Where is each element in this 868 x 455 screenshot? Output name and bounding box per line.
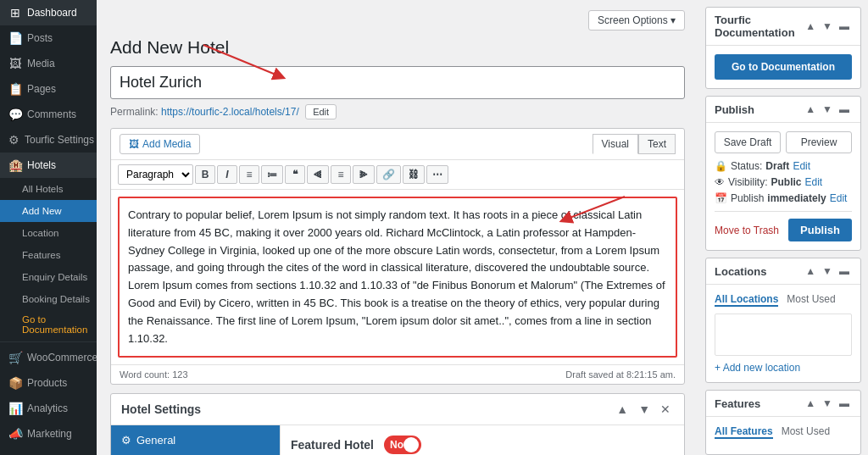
pages-icon: 📋 [8, 82, 22, 96]
screen-options-button[interactable]: Screen Options ▾ [588, 10, 685, 31]
most-used-locations-tab[interactable]: Most Used [787, 293, 835, 307]
align-right-button[interactable]: ⫸ [353, 165, 375, 184]
sidebar-item-marketing[interactable]: 📣 Marketing [0, 421, 97, 447]
visual-text-tabs: Visual Text [593, 134, 676, 154]
edit-status-link[interactable]: Edit [793, 160, 810, 172]
settings-collapse-up[interactable]: ▲ [613, 401, 632, 418]
ordered-list-button[interactable]: ≔ [261, 165, 283, 184]
locations-expand[interactable]: ▬ [837, 264, 852, 278]
add-media-button[interactable]: 🖼 Add Media [120, 134, 200, 154]
comments-icon: 💬 [8, 108, 22, 121]
format-select[interactable]: Paragraph [118, 164, 193, 185]
settings-icon: ⚙ [8, 133, 19, 147]
edit-visibility-link[interactable]: Edit [804, 176, 822, 188]
analytics-icon: 📊 [8, 402, 22, 415]
features-up[interactable]: ▲ [803, 397, 818, 410]
sidebar-sub-features[interactable]: Features [0, 244, 97, 266]
unordered-list-button[interactable]: ≡ [239, 165, 259, 184]
permalink-url[interactable]: https://tourfic-2.local/hotels/17/ [161, 106, 299, 118]
go-to-documentation-button[interactable]: Go to Documentation [715, 54, 852, 80]
edit-permalink-button[interactable]: Edit [305, 104, 337, 119]
sidebar-item-elementor[interactable]: ✏ Elementor [0, 447, 97, 455]
location-tabs: All Locations Most Used [715, 293, 852, 307]
preview-button[interactable]: Preview [786, 131, 852, 153]
publish-controls: ▲ ▼ ▬ [803, 103, 852, 116]
toggle-knob [403, 437, 419, 452]
features-expand[interactable]: ▬ [837, 397, 852, 410]
tourfic-doc-widget: Tourfic Documentation ▲ ▼ ▬ Go to Docume… [705, 7, 861, 89]
sidebar-sub-all-hotels[interactable]: All Hotels [0, 178, 97, 200]
editor-content[interactable]: Contrary to popular belief, Lorem Ipsum … [118, 197, 677, 358]
sidebar-item-dashboard[interactable]: ⊞ Dashboard [0, 0, 97, 25]
general-tab-icon: ⚙ [121, 434, 131, 447]
sidebar-item-products[interactable]: 📦 Products [0, 370, 97, 396]
sidebar-item-comments[interactable]: 💬 Comments [0, 102, 97, 127]
align-center-button[interactable]: ≡ [331, 165, 351, 184]
settings-title: Hotel Settings [121, 402, 201, 416]
sidebar-item-woocommerce[interactable]: 🛒 WooCommerce [0, 345, 97, 370]
sidebar: ⊞ Dashboard 📄 Posts 🖼 Media 📋 Pages 💬 Co… [0, 0, 97, 455]
publish-divider [715, 211, 852, 212]
edit-time-link[interactable]: Edit [830, 192, 848, 204]
save-draft-button[interactable]: Save Draft [715, 131, 781, 153]
locations-controls: ▲ ▼ ▬ [803, 264, 852, 278]
sidebar-sub-add-new[interactable]: Add New [0, 200, 97, 222]
screen-options-bar: Screen Options ▾ [110, 10, 685, 31]
move-to-trash-link[interactable]: Move to Trash [715, 225, 779, 236]
add-new-location-link[interactable]: + Add new location [715, 362, 800, 374]
toggle-label: No [390, 439, 403, 451]
toggle-track[interactable]: No [384, 436, 421, 454]
publish-expand[interactable]: ▬ [837, 103, 852, 116]
sidebar-item-pages[interactable]: 📋 Pages [0, 76, 97, 102]
tourfic-doc-expand[interactable]: ▬ [837, 19, 852, 33]
features-down[interactable]: ▼ [820, 397, 835, 410]
visual-tab[interactable]: Visual [593, 134, 638, 154]
features-title: Features [715, 397, 760, 410]
all-features-tab[interactable]: All Features [715, 425, 773, 439]
locations-down[interactable]: ▼ [820, 264, 835, 278]
sidebar-sub-booking-details[interactable]: Booking Details [0, 288, 97, 310]
sidebar-item-media[interactable]: 🖼 Media [0, 51, 97, 76]
featured-hotel-toggle[interactable]: No [384, 436, 421, 454]
locations-widget: Locations ▲ ▼ ▬ All Locations Most Used … [705, 258, 861, 383]
italic-button[interactable]: I [217, 165, 237, 184]
settings-close[interactable]: ✕ [657, 401, 674, 418]
settings-content: ⚙ General 📍 Location Featured Hotel No [111, 425, 684, 455]
page-title: Add New Hotel [110, 37, 685, 58]
go-to-documentation-link[interactable]: Go to Documentation [0, 310, 97, 339]
features-widget: Features ▲ ▼ ▬ All Features Most Used [705, 390, 861, 455]
publish-widget: Publish ▲ ▼ ▬ Save Draft Preview 🔒 Statu… [705, 96, 861, 251]
tourfic-doc-down[interactable]: ▼ [820, 19, 835, 33]
publish-up[interactable]: ▲ [803, 103, 818, 116]
link-button[interactable]: 🔗 [376, 165, 401, 184]
unlink-button[interactable]: ⛓ [403, 165, 425, 184]
sidebar-sub-location[interactable]: Location [0, 222, 97, 244]
text-tab[interactable]: Text [638, 134, 676, 154]
sidebar-item-posts[interactable]: 📄 Posts [0, 25, 97, 51]
publish-down[interactable]: ▼ [820, 103, 835, 116]
all-locations-tab[interactable]: All Locations [715, 293, 778, 307]
settings-collapse-down[interactable]: ▼ [635, 401, 654, 418]
add-media-icon: 🖼 [129, 138, 139, 150]
blockquote-button[interactable]: ❝ [285, 165, 305, 184]
posts-icon: 📄 [8, 31, 22, 45]
featured-hotel-row: Featured Hotel No [291, 436, 674, 454]
calendar-icon: 📅 [715, 192, 727, 204]
settings-tab-general[interactable]: ⚙ General [111, 425, 280, 455]
sidebar-item-tourfic-settings[interactable]: ⚙ Tourfic Settings [0, 127, 97, 153]
main-content: Screen Options ▾ Add New Hotel Permalink… [97, 0, 698, 455]
locations-up[interactable]: ▲ [803, 264, 818, 278]
hotel-title-input[interactable] [110, 66, 685, 99]
sidebar-sub-enquiry-details[interactable]: Enquiry Details [0, 266, 97, 288]
publish-button[interactable]: Publish [788, 219, 852, 241]
most-used-features-tab[interactable]: Most Used [782, 425, 830, 439]
sidebar-item-hotels[interactable]: 🏨 Hotels [0, 153, 97, 178]
status-icon: 🔒 [715, 160, 727, 172]
align-left-button[interactable]: ⫷ [307, 165, 329, 184]
sidebar-item-analytics[interactable]: 📊 Analytics [0, 396, 97, 421]
bold-button[interactable]: B [195, 165, 215, 184]
more-button[interactable]: ⋯ [426, 165, 448, 184]
draft-saved: Draft saved at 8:21:15 am. [565, 369, 676, 380]
tourfic-doc-up[interactable]: ▲ [803, 19, 818, 33]
settings-main-content: Featured Hotel No [281, 425, 684, 455]
